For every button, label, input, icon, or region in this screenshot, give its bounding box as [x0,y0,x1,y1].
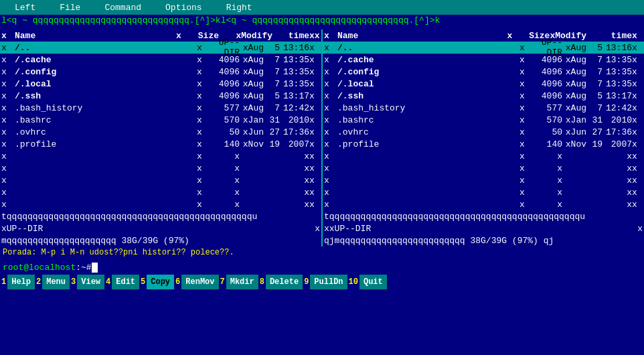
right-dir-status: xxUP--DIR x [323,222,644,234]
right-panel-header: x Name x Size xModify time x [323,29,644,42]
menu-options[interactable]: Options [153,0,214,15]
fkey-7[interactable]: 7Mkdir [219,275,258,289]
fkey-6[interactable]: 6RenMov [174,275,218,289]
left-file-profile[interactable]: x .profile x 140 xNov 19 2007 x [0,138,321,150]
left-panel-header: x Name x Size xModify time xx [0,29,321,42]
fkey-10[interactable]: 10Quit [347,275,387,289]
prompt-line[interactable]: root@ localhost :~# [0,260,644,275]
left-empty-row: xxxxx [0,198,321,210]
fkey-num-4: 4 [104,277,112,287]
right-panel: x Name x Size xModify time x x /.. x UP-… [323,29,644,246]
function-keys: 1Help2Menu3View4Edit5Copy6RenMov7Mkdir8D… [0,275,644,289]
right-panel-files: x /.. x UP--DIR xAug 5 13:16 x x /.cache… [323,42,644,210]
right-file-ovhrc[interactable]: x .ovhrc x 50 xJun 27 17:36 x [323,126,644,138]
cursor-block [92,263,98,273]
right-file-bashrc[interactable]: x .bashrc x 570 xJan 31 2010 x [323,114,644,126]
right-empty-row: xxxxx [323,174,644,186]
left-footer-border: tqqqqqqqqqqqqqqqqqqqqqqqqqqqqqqqqqqqqqqq… [0,210,321,222]
fkey-label-Help: Help [7,275,35,289]
menu-command[interactable]: Command [92,0,153,15]
fkey-label-Delete: Delete [266,275,303,289]
right-footer-border: tqqqqqqqqqqqqqqqqqqqqqqqqqqqqqqqqqqqqqqq… [323,210,644,222]
fkey-num-1: 1 [0,277,7,287]
prompt-colon: :~# [76,263,91,273]
hint-line: Porada: M-p i M-n udost??pni histori?? p… [0,246,644,260]
left-file-cache[interactable]: x /.cache x 4096 xAug 7 13:35 x [0,54,321,66]
prompt-host: localhost [29,263,76,273]
right-file-cache[interactable]: x /.cache x 4096 xAug 7 13:35 x [323,54,644,66]
fkey-num-6: 6 [174,277,181,287]
left-dir-status: xUP--DIR x [0,222,321,234]
fkey-9[interactable]: 9PullDn [303,275,347,289]
right-file-config[interactable]: x /.config x 4096 xAug 7 13:35 x [323,66,644,78]
fkey-5[interactable]: 5Copy [139,275,174,289]
right-file-local[interactable]: x /.local x 4096 xAug 7 13:35 x [323,78,644,90]
command-line: l<q ~ qqqqqqqqqqqqqqqqqqqqqqqqqqqqqq.[^]… [0,15,644,29]
fkey-label-Mkdir: Mkdir [226,275,258,289]
fkey-num-3: 3 [70,277,77,287]
left-file-ovhrc[interactable]: x .ovhrc x 50 xJun 27 17:36 x [0,126,321,138]
fkey-8[interactable]: 8Delete [258,275,303,289]
left-panel-files: x /.. x UP--DIR xAug 5 13:16 x x /.cache… [0,42,321,210]
left-file-config[interactable]: x /.config x 4096 xAug 7 13:35 x [0,66,321,78]
right-file-bash-history[interactable]: x .bash_history x 577 xAug 7 12:42 x [323,102,644,114]
prompt-user: root@ [3,263,29,273]
right-empty-row: xxxxx [323,198,644,210]
fkey-label-Edit: Edit [112,275,139,289]
fkey-label-RenMov: RenMov [181,275,218,289]
fkey-num-7: 7 [219,277,226,287]
right-empty-row: xxxxx [323,150,644,162]
left-panel: x Name x Size xModify time xx x /.. x UP… [0,29,321,246]
fkey-label-Menu: Menu [42,275,70,289]
fkey-4[interactable]: 4Edit [104,275,139,289]
right-disk-status: qjmqqqqqqqqqqqqqqqqqqqqqqqq 38G/39G (97%… [323,234,644,246]
left-empty-row: xxxxx [0,150,321,162]
left-file-bash-history[interactable]: x .bash_history x 577 xAug 7 12:42 x [0,102,321,114]
right-empty-row: xxxxx [323,186,644,198]
left-file-bashrc[interactable]: x .bashrc x 570 xJan 31 2010 x [0,114,321,126]
fkey-num-9: 9 [303,277,310,287]
left-empty-row: xxxxx [0,186,321,198]
menu-bar: Left File Command Options Right [0,0,644,15]
fkey-label-View: View [77,275,104,289]
menu-left[interactable]: Left [3,0,48,15]
fkey-2[interactable]: 2Menu [35,275,70,289]
fkey-3[interactable]: 3View [70,275,104,289]
right-file-dotdot[interactable]: x /.. x UP--DIR xAug 5 13:16 x [323,42,644,54]
menu-file[interactable]: File [48,0,92,15]
fkey-num-2: 2 [35,277,42,287]
fkey-num-5: 5 [139,277,147,287]
panels: x Name x Size xModify time xx x /.. x UP… [0,29,644,246]
right-file-profile[interactable]: x .profile x 140 xNov 19 2007 x [323,138,644,150]
fkey-label-PullDn: PullDn [310,275,347,289]
right-empty-row: xxxxx [323,162,644,174]
fkey-1[interactable]: 1Help [0,275,35,289]
left-file-ssh[interactable]: x /.ssh x 4096 xAug 5 13:17 x [0,90,321,102]
fkey-num-8: 8 [258,277,266,287]
left-empty-row: xxxxx [0,174,321,186]
left-file-local[interactable]: x /.local x 4096 xAug 7 13:35 x [0,78,321,90]
left-file-dotdot[interactable]: x /.. x UP--DIR xAug 5 13:16 x [0,42,321,54]
fkey-label-Copy: Copy [147,275,174,289]
fkey-label-Quit: Quit [359,275,387,289]
left-empty-row: xxxxx [0,162,321,174]
right-file-ssh[interactable]: x /.ssh x 4096 xAug 5 13:17 x [323,90,644,102]
left-disk-status: mqqqqqqqqqqqqqqqqqqqqq 38G/39G (97%) [0,234,321,246]
fkey-num-10: 10 [347,277,359,287]
menu-right[interactable]: Right [214,0,264,15]
